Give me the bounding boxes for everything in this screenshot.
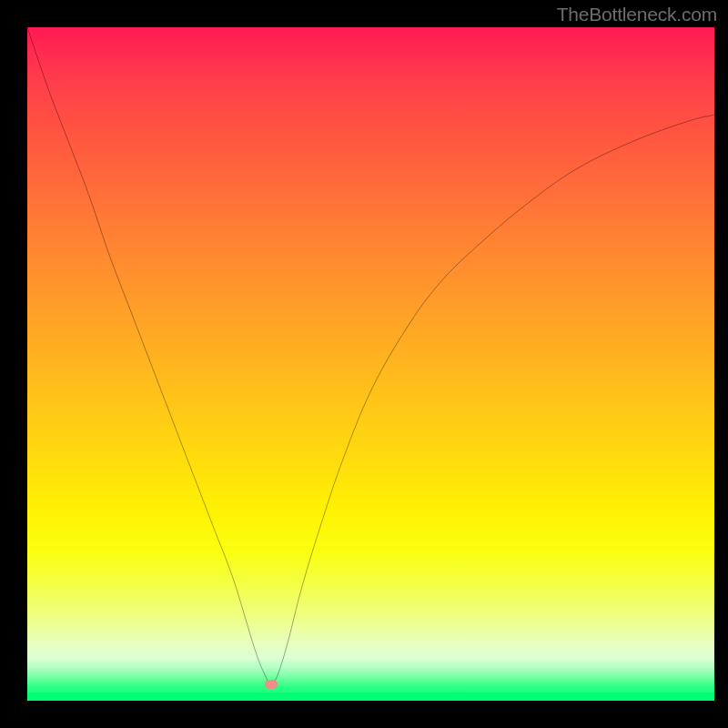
plot-area bbox=[27, 27, 714, 701]
bottleneck-curve bbox=[27, 27, 714, 701]
minimum-marker bbox=[265, 680, 278, 689]
chart-frame: TheBottleneck.com bbox=[0, 0, 728, 728]
watermark-text: TheBottleneck.com bbox=[557, 4, 717, 25]
